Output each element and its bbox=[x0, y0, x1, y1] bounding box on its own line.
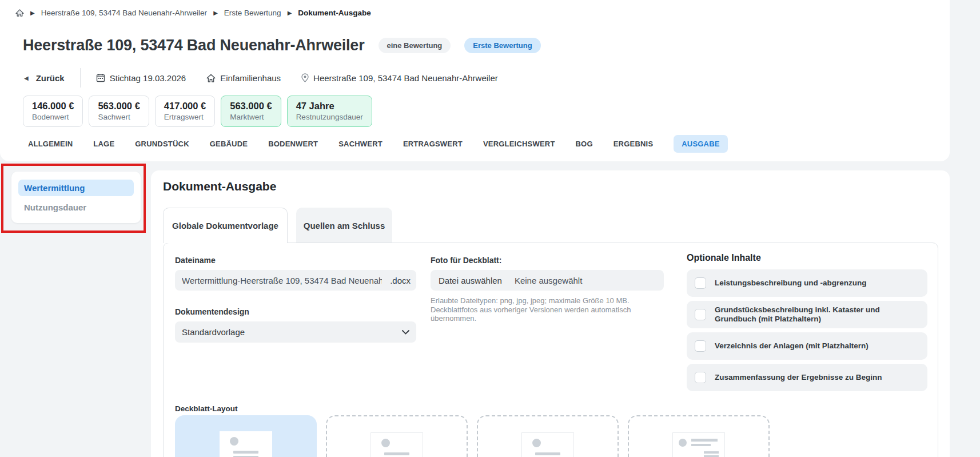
value-label: Marktwert bbox=[230, 113, 272, 121]
main-content-card: Dokument-Ausgabe Globale Dokumentvorlage… bbox=[151, 170, 950, 457]
nav-tab-lage[interactable]: LAGE bbox=[93, 135, 114, 153]
header-panel: ▶ Heerstraße 109, 53474 Bad Neuenahr-Ahr… bbox=[0, 0, 950, 161]
objektart-label: Einfamilienhaus bbox=[220, 73, 281, 83]
house-icon bbox=[206, 74, 216, 82]
foto-help-text: Erlaubte Dateitypen: png, jpg, jpeg; max… bbox=[431, 296, 641, 323]
breadcrumb-separator-icon: ▶ bbox=[213, 10, 218, 16]
tab-quellen-am-schluss[interactable]: Quellen am Schluss bbox=[296, 208, 392, 243]
option-label: Grundstücksbeschreibung inkl. Kataster u… bbox=[715, 305, 919, 324]
breadcrumb-separator-icon: ▶ bbox=[30, 10, 35, 16]
value-label: Ertragswert bbox=[164, 113, 206, 121]
value-card-restnutzungsdauer: 47 Jahre Restnutzungsdauer bbox=[287, 96, 372, 127]
value-label: Sachwert bbox=[98, 113, 140, 121]
deckblatt-layout-label: Deckblatt-Layout bbox=[175, 404, 238, 413]
page-mock bbox=[371, 432, 423, 457]
value-card-sachwert: 563.000 € Sachwert bbox=[89, 96, 149, 127]
datei-auswaehlen-button[interactable]: Datei auswählen bbox=[439, 276, 502, 285]
section-nav: ALLGEMEIN LAGE GRUNDSTÜCK GEBÄUDE BODENW… bbox=[28, 135, 728, 153]
meta-adresse: Heerstraße 109, 53474 Bad Neuenahr-Ahrwe… bbox=[301, 73, 498, 83]
value: 563.000 € bbox=[98, 101, 140, 112]
value-card-ertragswert: 417.000 € Ertragswert bbox=[155, 96, 215, 127]
checkbox[interactable] bbox=[695, 309, 706, 320]
value-card-bodenwert: 146.000 € Bodenwert bbox=[23, 96, 83, 127]
calendar-icon bbox=[96, 73, 105, 82]
nav-tab-sachwert[interactable]: SACHWERT bbox=[338, 135, 383, 153]
checkbox[interactable] bbox=[695, 340, 706, 352]
value: 563.000 € bbox=[230, 101, 272, 112]
back-button-label: Zurück bbox=[36, 73, 65, 83]
layout-option-4[interactable] bbox=[628, 415, 770, 457]
option-label: Zusammenfassung der Ergebnisse zu Beginn bbox=[715, 373, 882, 382]
page-mock bbox=[220, 431, 272, 457]
sidebar: Wertermittlung Nutzungsdauer bbox=[11, 172, 141, 223]
value-label: Bodenwert bbox=[32, 113, 74, 121]
option-row-verzeichnis-anlagen[interactable]: Verzeichnis der Anlagen (mit Platzhalter… bbox=[687, 332, 927, 360]
foto-deckblatt-label: Foto für Deckblatt: bbox=[431, 256, 665, 265]
page-mock bbox=[672, 432, 725, 457]
divider bbox=[80, 68, 81, 88]
tab-globale-dokumentvorlage[interactable]: Globale Dokumentvorlage bbox=[163, 208, 288, 243]
nav-tab-bodenwert[interactable]: BODENWERT bbox=[268, 135, 318, 153]
breadcrumb-item-bewertung[interactable]: Erste Bewertung bbox=[224, 9, 281, 17]
chevron-down-icon bbox=[402, 330, 409, 335]
meta-stichtag: Stichtag 19.03.2026 bbox=[96, 73, 186, 83]
checkbox[interactable] bbox=[695, 277, 706, 289]
nav-tab-ausgabe[interactable]: AUSGABE bbox=[674, 135, 727, 153]
deckblatt-layout-options bbox=[175, 415, 770, 457]
value: 146.000 € bbox=[32, 101, 74, 112]
nav-tab-ertragswert[interactable]: ERTRAGSWERT bbox=[403, 135, 463, 153]
optionale-inhalte-list: Leistungsbeschreibung und -abgrenzung Gr… bbox=[687, 269, 927, 391]
nav-tab-ergebnis[interactable]: ERGEBNIS bbox=[614, 135, 654, 153]
nav-tab-bog[interactable]: BOG bbox=[576, 135, 593, 153]
value: 417.000 € bbox=[164, 101, 206, 112]
back-button[interactable]: ◀ Zurück bbox=[24, 73, 65, 83]
stichtag-label: Stichtag 19.03.2026 bbox=[110, 73, 186, 83]
breadcrumb: ▶ Heerstraße 109, 53474 Bad Neuenahr-Ahr… bbox=[15, 9, 371, 17]
breadcrumb-item-current: Dokument-Ausgabe bbox=[298, 9, 371, 17]
badge-erste-bewertung[interactable]: Erste Bewertung bbox=[464, 38, 540, 53]
layout-option-1-selected[interactable] bbox=[175, 415, 317, 457]
breadcrumb-separator-icon: ▶ bbox=[288, 10, 292, 16]
dokumentendesign-label: Dokumentendesign bbox=[175, 307, 417, 316]
option-label: Verzeichnis der Anlagen (mit Platzhalter… bbox=[715, 341, 869, 351]
tab-content-panel: Dateiname Wertermittlung-Heerstraße 109,… bbox=[163, 243, 938, 457]
value: 47 Jahre bbox=[296, 101, 363, 112]
dateiname-value: Wertermittlung-Heerstraße 109, 53474 Bad… bbox=[182, 276, 382, 285]
option-row-zusammenfassung[interactable]: Zusammenfassung der Ergebnisse zu Beginn bbox=[687, 364, 927, 391]
dokumentendesign-value: Standardvorlage bbox=[182, 327, 245, 337]
value-card-marktwert: 563.000 € Marktwert bbox=[221, 96, 281, 127]
option-row-grundstuecksbeschreibung[interactable]: Grundstücksbeschreibung inkl. Kataster u… bbox=[687, 301, 927, 328]
checkbox[interactable] bbox=[695, 372, 706, 383]
badge-bewertung-count: eine Bewertung bbox=[379, 38, 451, 53]
value-cards: 146.000 € Bodenwert 563.000 € Sachwert 4… bbox=[23, 96, 372, 127]
breadcrumb-item-address[interactable]: Heerstraße 109, 53474 Bad Neuenahr-Ahrwe… bbox=[41, 9, 207, 17]
layout-option-3[interactable] bbox=[477, 415, 619, 457]
foto-upload-field[interactable]: Datei auswählen Keine ausgewählt bbox=[431, 270, 664, 291]
content-title: Dokument-Ausgabe bbox=[163, 180, 276, 193]
meta-objektart: Einfamilienhaus bbox=[206, 73, 281, 83]
adresse-label: Heerstraße 109, 53474 Bad Neuenahr-Ahrwe… bbox=[313, 73, 498, 83]
dateiname-input[interactable]: Wertermittlung-Heerstraße 109, 53474 Bad… bbox=[175, 270, 416, 291]
nav-tab-allgemein[interactable]: ALLGEMEIN bbox=[28, 135, 73, 153]
back-arrow-icon: ◀ bbox=[24, 75, 29, 81]
option-label: Leistungsbeschreibung und -abgrenzung bbox=[715, 279, 867, 288]
dokumentendesign-select[interactable]: Standardvorlage bbox=[175, 321, 416, 343]
layout-option-2[interactable] bbox=[326, 415, 468, 457]
sidebar-item-nutzungsdauer[interactable]: Nutzungsdauer bbox=[18, 200, 134, 214]
home-icon[interactable] bbox=[15, 9, 24, 17]
nav-tab-vergleichswert[interactable]: VERGLEICHSWERT bbox=[483, 135, 555, 153]
nav-tab-gebaeude[interactable]: GEBÄUDE bbox=[210, 135, 248, 153]
foto-status: Keine ausgewählt bbox=[515, 276, 582, 285]
dateiname-suffix: .docx bbox=[390, 276, 411, 285]
value-label: Restnutzungsdauer bbox=[296, 113, 363, 121]
map-pin-icon bbox=[301, 73, 309, 82]
page-title: Heerstraße 109, 53474 Bad Neuenahr-Ahrwe… bbox=[23, 37, 365, 54]
page-mock bbox=[521, 432, 574, 457]
dateiname-label: Dateiname bbox=[175, 256, 417, 265]
sidebar-item-wertermittlung[interactable]: Wertermittlung bbox=[18, 180, 134, 196]
optionale-inhalte-title: Optionale Inhalte bbox=[687, 253, 927, 263]
nav-tab-grundstueck[interactable]: GRUNDSTÜCK bbox=[135, 135, 189, 153]
option-row-leistungsbeschreibung[interactable]: Leistungsbeschreibung und -abgrenzung bbox=[687, 269, 927, 297]
